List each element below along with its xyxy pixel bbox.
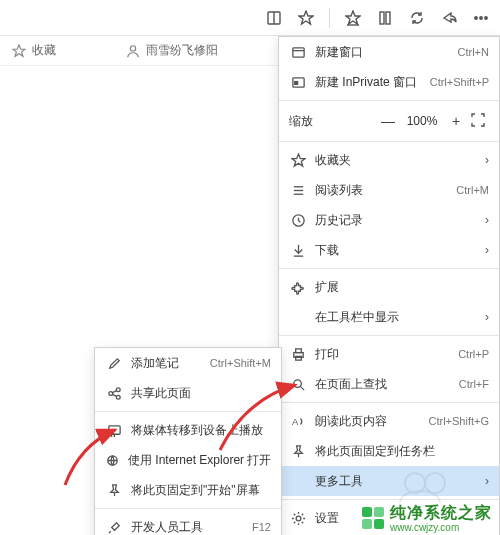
more-tools-submenu: 添加笔记 Ctrl+Shift+M 共享此页面 将媒体转移到设备上播放 使用 I… [94, 347, 282, 535]
share-icon [105, 386, 123, 401]
svg-marker-2 [299, 11, 313, 24]
bookmark-item[interactable]: 雨雪纷飞修阳 [126, 42, 218, 59]
star-icon [289, 153, 307, 168]
svg-point-41 [405, 473, 425, 493]
history-icon [289, 213, 307, 228]
read-aloud-icon: A [289, 414, 307, 429]
svg-point-9 [485, 16, 487, 18]
book-icon[interactable] [265, 9, 283, 27]
svg-point-34 [116, 387, 120, 391]
more-icon[interactable] [472, 9, 490, 27]
star-outline-icon[interactable] [297, 9, 315, 27]
menu-find[interactable]: 在页面上查找 Ctrl+F [279, 369, 499, 399]
svg-rect-25 [295, 356, 301, 360]
menu-separator [279, 100, 499, 101]
pen-icon [105, 356, 123, 371]
person-icon [126, 44, 140, 58]
main-menu: 新建窗口 Ctrl+N 新建 InPrivate 窗口 Ctrl+Shift+P… [278, 36, 500, 535]
window-icon [289, 45, 307, 60]
menu-zoom: 缩放 — 100% + [279, 104, 499, 138]
submenu-open-ie[interactable]: 使用 Internet Explorer 打开 [95, 445, 281, 475]
svg-point-42 [425, 473, 445, 493]
menu-separator [279, 141, 499, 142]
menu-new-window[interactable]: 新建窗口 Ctrl+N [279, 37, 499, 67]
menu-separator [95, 411, 281, 412]
menu-print[interactable]: 打印 Ctrl+P [279, 339, 499, 369]
svg-marker-10 [13, 44, 25, 55]
svg-text:A: A [291, 417, 298, 427]
inprivate-icon [289, 75, 307, 90]
star-icon [12, 44, 26, 58]
svg-point-33 [108, 391, 112, 395]
download-icon [289, 243, 307, 258]
pin-icon [289, 444, 307, 459]
list-icon [289, 183, 307, 198]
svg-line-36 [112, 390, 116, 392]
submenu-pin-start[interactable]: 将此页固定到"开始"屏幕 [95, 475, 281, 505]
svg-line-27 [300, 386, 304, 390]
extension-icon [289, 280, 307, 295]
favorites-label: 收藏 [32, 42, 56, 59]
search-icon [289, 377, 307, 392]
svg-rect-15 [294, 81, 297, 84]
svg-point-7 [475, 16, 477, 18]
menu-separator [279, 268, 499, 269]
zoom-out-button[interactable]: — [377, 113, 399, 129]
svg-line-37 [112, 394, 116, 396]
submenu-share[interactable]: 共享此页面 [95, 378, 281, 408]
watermark-name: 纯净系统之家 [390, 504, 492, 521]
svg-rect-12 [292, 47, 303, 56]
sync-icon[interactable] [408, 9, 426, 27]
toolbar-divider [329, 8, 330, 28]
gear-icon [289, 511, 307, 526]
menu-favorites[interactable]: 收藏夹 › [279, 145, 499, 175]
browser-toolbar [0, 0, 500, 36]
bookmark-label: 雨雪纷飞修阳 [146, 42, 218, 59]
menu-history[interactable]: 历史记录 › [279, 205, 499, 235]
zoom-in-button[interactable]: + [445, 113, 467, 129]
chevron-right-icon: › [477, 310, 489, 324]
background-illustration [390, 465, 470, 505]
watermark: 纯净系统之家 www.cwjzy.com [362, 503, 492, 533]
ie-icon [105, 453, 120, 468]
menu-extensions[interactable]: 扩展 [279, 272, 499, 302]
menu-show-in-toolbar[interactable]: 在工具栏中显示 › [279, 302, 499, 332]
svg-rect-5 [380, 12, 384, 24]
svg-rect-6 [386, 12, 390, 24]
svg-marker-3 [346, 11, 360, 24]
menu-new-inprivate[interactable]: 新建 InPrivate 窗口 Ctrl+Shift+P [279, 67, 499, 97]
svg-point-30 [296, 516, 301, 521]
svg-marker-16 [291, 153, 304, 165]
devtools-icon [105, 520, 123, 535]
zoom-value: 100% [399, 114, 445, 128]
chevron-right-icon: › [477, 213, 489, 227]
chevron-right-icon: › [477, 243, 489, 257]
svg-point-11 [130, 45, 135, 50]
cast-icon [105, 423, 123, 438]
menu-downloads[interactable]: 下载 › [279, 235, 499, 265]
print-icon [289, 347, 307, 362]
favorites-star-icon[interactable] [344, 9, 362, 27]
menu-separator [95, 508, 281, 509]
menu-pin-taskbar[interactable]: 将此页面固定到任务栏 [279, 436, 499, 466]
watermark-logo-icon [362, 507, 384, 529]
zoom-label: 缩放 [289, 113, 377, 130]
submenu-add-notes[interactable]: 添加笔记 Ctrl+Shift+M [95, 348, 281, 378]
chevron-right-icon: › [477, 153, 489, 167]
menu-separator [279, 402, 499, 403]
chevron-right-icon: › [477, 474, 489, 488]
svg-point-26 [293, 379, 301, 387]
collections-icon[interactable] [376, 9, 394, 27]
favorites-folder[interactable]: 收藏 [12, 42, 56, 59]
svg-point-8 [480, 16, 482, 18]
submenu-dev-tools[interactable]: 开发人员工具 F12 [95, 512, 281, 535]
submenu-cast[interactable]: 将媒体转移到设备上播放 [95, 415, 281, 445]
watermark-url: www.cwjzy.com [390, 522, 492, 533]
svg-point-35 [116, 395, 120, 399]
pin-icon [105, 483, 123, 498]
menu-read-aloud[interactable]: A 朗读此页内容 Ctrl+Shift+G [279, 406, 499, 436]
share-icon[interactable] [440, 9, 458, 27]
fullscreen-button[interactable] [467, 113, 489, 130]
menu-reading-list[interactable]: 阅读列表 Ctrl+M [279, 175, 499, 205]
svg-rect-38 [108, 425, 119, 433]
